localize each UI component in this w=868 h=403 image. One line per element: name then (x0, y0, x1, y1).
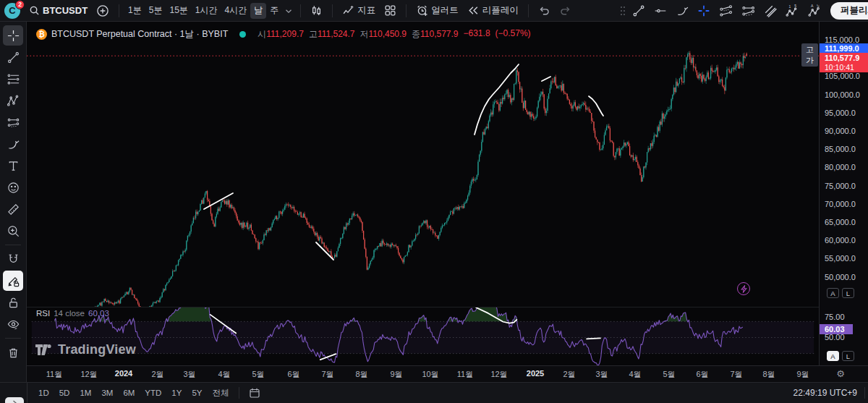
range-button-YTD[interactable]: YTD (140, 389, 166, 397)
extended-line-icon (741, 4, 755, 17)
svg-text:C: C (817, 4, 820, 7)
symbol-search[interactable]: BTCUSDT (25, 2, 92, 20)
quick-horizontal-ray-button[interactable] (650, 2, 671, 20)
tool-magnet[interactable] (3, 249, 23, 269)
auto-scale-button[interactable]: A (827, 351, 839, 361)
log-scale-button[interactable]: L (842, 351, 854, 361)
range-button-5Y[interactable]: 5Y (187, 389, 207, 397)
interval-button-1시간[interactable]: 1시간 (192, 3, 221, 19)
layout-grid-icon (384, 4, 396, 17)
rsi-current-value: 60.03 (88, 309, 109, 318)
legend-title[interactable]: BTCUSDT Perpetual Contract · 1날 · BYBIT (51, 28, 228, 41)
time-axis[interactable]: ⚙ 11월12월20242월3월4월5월6월7월8월9월10월11월12월202… (27, 365, 868, 382)
interval-dropdown[interactable] (282, 2, 295, 20)
add-symbol-button[interactable] (92, 2, 114, 20)
quick-info-line-button[interactable] (715, 2, 737, 20)
svg-text:A: A (811, 4, 814, 8)
tool-fib-retracement[interactable] (3, 69, 23, 89)
ruler-tool-icon (7, 203, 20, 216)
tool-emoji[interactable] (3, 177, 23, 198)
time-tick: 2025 (527, 369, 544, 378)
horizontal-ray-icon (654, 4, 667, 17)
range-button-1D[interactable]: 1D (33, 389, 54, 397)
interval-button-날[interactable]: 날 (250, 3, 266, 19)
go-to-date-button[interactable] (244, 387, 265, 399)
trash-icon (7, 346, 20, 360)
price-axis[interactable]: 115,000.0105,000.0100,000.095,000.090,00… (819, 22, 868, 365)
indicators-icon (342, 4, 354, 17)
price-tick: 75,000.0 (825, 182, 856, 190)
tool-xabcd-pattern[interactable] (3, 90, 23, 111)
publish-button[interactable]: 퍼블리시 (830, 2, 868, 20)
tool-brush[interactable] (3, 134, 23, 154)
rsi-params: 14 close (54, 309, 85, 318)
tool-hide-drawings[interactable] (3, 314, 23, 334)
indicators-label: 지표 (357, 4, 375, 17)
interval-button-15분[interactable]: 15분 (166, 3, 191, 19)
account-avatar[interactable]: C 2 (4, 3, 20, 19)
tool-remove-drawings[interactable] (3, 342, 23, 362)
range-button-전체[interactable]: 전체 (208, 388, 234, 399)
quick-elliott-correction-button[interactable]: AC (804, 2, 826, 20)
session-clock[interactable]: 22:49:19 UTC+9 (793, 388, 857, 398)
tool-text[interactable] (3, 156, 23, 176)
range-button-5D[interactable]: 5D (54, 389, 75, 397)
range-button-1Y[interactable]: 1Y (166, 389, 187, 397)
time-tick: 2월 (563, 369, 575, 380)
quick-extended-line-button[interactable] (737, 2, 760, 20)
layout-grid-button[interactable] (380, 2, 401, 20)
indicators-button[interactable]: 지표 (338, 2, 380, 20)
range-button-3M[interactable]: 3M (96, 389, 118, 397)
interval-button-5분[interactable]: 5분 (145, 3, 166, 19)
redo-button[interactable] (555, 2, 576, 20)
tool-crosshair[interactable] (3, 25, 23, 46)
parallel-channel-icon (764, 4, 777, 17)
ohlc-values: 시111,209.7 고111,524.7 저110,450.9 종110,57… (258, 28, 530, 41)
xabcd-pattern-icon (7, 94, 20, 108)
price-chart-pane[interactable] (27, 22, 819, 307)
time-tick: 9월 (796, 369, 809, 380)
range-button-1M[interactable]: 1M (75, 389, 96, 397)
quick-brush-button[interactable] (671, 2, 693, 20)
interval-button-1분[interactable]: 1분 (124, 3, 145, 19)
drawing-toolbar (0, 22, 27, 382)
rsi-indicator-pane[interactable] (27, 307, 819, 365)
eye-icon (7, 318, 20, 331)
log-scale-button[interactable]: L (842, 288, 854, 298)
range-button-6M[interactable]: 6M (118, 389, 140, 397)
tool-unlock-all[interactable] (3, 292, 23, 313)
rsi-legend[interactable]: RSI 14 close 60.03 (36, 309, 109, 318)
time-tick: 12월 (80, 369, 97, 380)
tool-drawing-lock[interactable] (3, 271, 23, 291)
tool-zoom-in[interactable] (3, 221, 23, 241)
change-percent: (−0.57%) (495, 28, 531, 41)
crosshair-mode-button[interactable] (693, 2, 715, 20)
toolbar-drag-handle[interactable] (618, 2, 628, 20)
symbol-legend: ₿ BTCUSDT Perpetual Contract · 1날 · BYBI… (36, 28, 531, 41)
market-status-dot[interactable] (239, 31, 246, 38)
undo-button[interactable] (534, 2, 555, 20)
time-tick: 3월 (595, 369, 608, 380)
alert-button[interactable]: 얼러트 (412, 2, 463, 20)
panel-toggle-button[interactable] (5, 397, 24, 403)
tool-ruler[interactable] (3, 199, 23, 219)
replay-button[interactable]: 리플레이 (463, 2, 523, 20)
boost-icon[interactable] (737, 282, 750, 295)
auto-scale-button[interactable]: A (827, 288, 839, 298)
symbol-name: BTCUSDT (43, 5, 88, 16)
pencil-lock-icon (7, 274, 20, 288)
bottom-toolbar: 1D5D1M3M6MYTD1Y5Y전체 22:49:19 UTC+9 (0, 382, 868, 403)
tool-projection[interactable] (3, 112, 23, 132)
quick-elliott-impulse-button[interactable]: 15 (781, 2, 804, 20)
chart-style-button[interactable] (306, 2, 327, 20)
interval-button-4시간[interactable]: 4시간 (221, 3, 251, 19)
btc-symbol-icon: ₿ (36, 29, 47, 40)
tool-trend-line[interactable] (3, 47, 23, 67)
time-tick: 8월 (762, 369, 775, 380)
quick-parallel-channel-button[interactable] (760, 2, 781, 20)
change-value: −631.8 (464, 28, 490, 41)
projection-tool-icon (7, 116, 20, 130)
quick-trend-line-button[interactable] (628, 2, 650, 20)
axis-settings-gear-icon[interactable]: ⚙ (836, 368, 845, 379)
interval-button-주[interactable]: 주 (266, 3, 282, 19)
